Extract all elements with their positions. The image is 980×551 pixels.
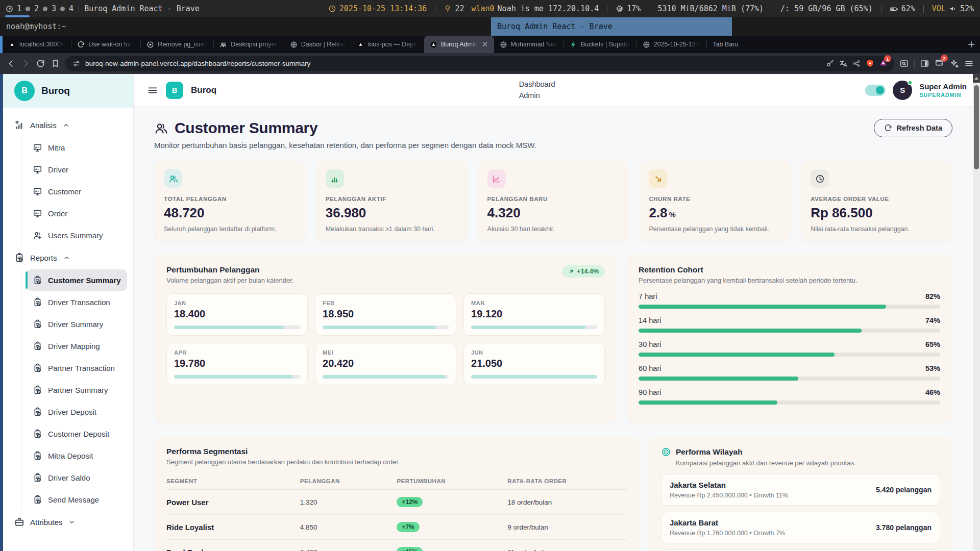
- item-label: Driver Summary: [48, 320, 103, 329]
- buroq-logo: B: [14, 81, 35, 101]
- clipboard-clock-icon: [33, 407, 42, 417]
- browser-tab[interactable]: Buckets | Supaba: [564, 36, 636, 53]
- sidebar-panel-icon[interactable]: [920, 59, 929, 68]
- browser-menu-icon[interactable]: [964, 59, 974, 68]
- screen: 1 2 3 4 Buroq Admin React - Brave 2025-1…: [0, 0, 980, 551]
- region-card: Jakarta BaratRevenue Rp 1.760.000.000 • …: [661, 512, 940, 543]
- tab-title: localhost:3000/s: [19, 41, 65, 48]
- column-header: PELANGGAN: [300, 478, 397, 484]
- sidebar-brand[interactable]: B Buroq: [3, 74, 133, 108]
- stat-card-average-order-value: AVERAGE ORDER VALUE Rp 86.500 Nilai rata…: [801, 161, 952, 241]
- online-status-dot: [908, 80, 913, 85]
- browser-tab[interactable]: Use wait-on for f: [71, 36, 140, 53]
- url-text[interactable]: buroq-new-admin-panel.vercel.app/dashboa…: [85, 60, 310, 67]
- item-label: Driver Mapping: [48, 342, 100, 350]
- main-area: B Buroq Dashboard Admin S Super Admin SU…: [134, 74, 980, 551]
- retention-row: 60 hari53%: [639, 364, 940, 381]
- sidebar-item-users-summary[interactable]: Users Summary: [27, 224, 127, 246]
- refresh-data-button[interactable]: Refresh Data: [874, 119, 952, 137]
- browser-tab[interactable]: kios-pos — Deplo: [351, 36, 424, 53]
- taskbar-item-terminal[interactable]: noah@myhost:~: [0, 17, 72, 36]
- network-segment: wlan0Noah_is_me 172.20.10.4: [471, 4, 599, 13]
- theme-toggle[interactable]: [865, 85, 886, 96]
- avatar-letter: S: [900, 86, 905, 94]
- browser-tab[interactable]: Remove pg_isrea: [141, 36, 213, 53]
- share-icon[interactable]: [852, 59, 861, 68]
- stat-card-total-pelanggan: TOTAL PELANGGAN 48.720 Seluruh pelanggan…: [154, 161, 306, 241]
- stat-desc: Akuisisi 30 hari terakhir.: [487, 226, 620, 233]
- reload-button[interactable]: [36, 59, 45, 68]
- sidebar-item-driver-mapping[interactable]: Driver Mapping: [27, 335, 127, 357]
- hamburger-menu-icon[interactable]: [147, 85, 158, 96]
- new-tab-button[interactable]: [967, 40, 976, 49]
- workspace-4[interactable]: 4: [69, 4, 74, 13]
- browser-tab[interactable]: 2025-10-25-13:0: [637, 36, 706, 53]
- tab-title: 2025-10-25-13:0: [654, 41, 701, 48]
- sidebar-group-analisis[interactable]: Analisis: [10, 114, 127, 136]
- brave-shield-icon[interactable]: [866, 59, 874, 68]
- address-bar[interactable]: buroq-new-admin-panel.vercel.app/dashboa…: [65, 56, 894, 71]
- translate-icon[interactable]: [839, 59, 848, 68]
- sidebar-group-reports[interactable]: Reports: [10, 246, 127, 269]
- monitor-icon: [33, 165, 42, 174]
- sidebar-item-mitra[interactable]: Mitra: [27, 137, 127, 158]
- sidebar-item-customer-deposit[interactable]: Customer Deposit: [27, 423, 127, 444]
- back-button[interactable]: [6, 59, 16, 68]
- browser-tab[interactable]: Mohammad Noo: [494, 36, 564, 53]
- workspace-1[interactable]: 1: [17, 4, 21, 13]
- stat-desc: Melakukan transaksi ≥1 dalam 30 hari.: [326, 226, 458, 233]
- chevron-up-icon: [63, 254, 70, 262]
- month-label: MEI: [323, 349, 449, 356]
- sidebar-item-customer[interactable]: Customer: [27, 181, 127, 202]
- sidebar-item-driver-transaction[interactable]: Driver Transaction: [27, 291, 127, 313]
- site-settings-icon[interactable]: [72, 59, 81, 68]
- scrollbar-up-arrow[interactable]: [973, 74, 980, 83]
- sidebar-item-mitra-deposit[interactable]: Mitra Deposit: [27, 445, 127, 466]
- sidebar-item-partner-summary[interactable]: Partner Summary: [27, 379, 127, 400]
- brave-rewards-button[interactable]: 1: [879, 58, 888, 69]
- sidebar-item-order[interactable]: Order: [27, 203, 127, 224]
- sidebar-item-send-message[interactable]: Send Message: [27, 489, 127, 510]
- password-key-icon[interactable]: [826, 59, 835, 68]
- scrollbar-thumb[interactable]: [974, 85, 979, 169]
- avatar[interactable]: S: [893, 81, 912, 100]
- system-status-bar: 1 2 3 4 Buroq Admin React - Brave 2025-1…: [0, 0, 980, 17]
- browser-tab[interactable]: Deskripsi proyek: [214, 36, 283, 53]
- breadcrumb: Dashboard Admin: [519, 79, 563, 101]
- retention-row: 30 hari65%: [639, 340, 940, 357]
- sidebar-item-customer-summary[interactable]: Customer Summary: [27, 269, 127, 291]
- item-label: Driver: [48, 165, 68, 174]
- stat-desc: Persentase pelanggan yang tidak kembali.: [649, 226, 781, 233]
- stat-desc: Nilai rata-rata transaksi pelanggan.: [811, 226, 943, 233]
- sidebar-nav: Analisis Mitra Driver Customer Order Use…: [3, 108, 133, 533]
- sidebar-item-driver-deposit[interactable]: Driver Deposit: [27, 401, 127, 422]
- progress-bar: [639, 305, 940, 309]
- wallet-button[interactable]: 2: [935, 58, 944, 69]
- browser-tab[interactable]: Dasbor | Refine: [284, 36, 351, 53]
- monitor-icon: [33, 209, 42, 218]
- page-scrollbar[interactable]: [973, 74, 980, 551]
- tab-title: Mohammad Noo: [511, 41, 558, 48]
- close-icon[interactable]: [481, 41, 488, 48]
- browser-tab-active[interactable]: Buroq Admin: [424, 36, 494, 53]
- workspace-3[interactable]: 3: [52, 4, 56, 13]
- search-in-page-icon[interactable]: [899, 59, 909, 68]
- month-value: 18.950: [323, 308, 449, 320]
- forward-button[interactable]: [21, 59, 31, 68]
- cpu-segment: 17%: [616, 4, 641, 13]
- retention-value: 53%: [925, 364, 940, 372]
- sidebar-group-attributes[interactable]: Attributes: [10, 511, 127, 533]
- browser-tab[interactable]: localhost:3000/s: [3, 36, 71, 53]
- new-tab-page-tab[interactable]: Tab Baru: [707, 36, 744, 53]
- sidebar-item-driver-summary[interactable]: Driver Summary: [27, 313, 127, 335]
- sidebar-item-driver[interactable]: Driver: [27, 159, 127, 180]
- progress-bar: [323, 375, 449, 379]
- workspace-2[interactable]: 2: [34, 4, 39, 13]
- sidebar-item-driver-saldo[interactable]: Driver Saldo: [27, 467, 127, 488]
- clipboard-clock-icon: [33, 319, 42, 329]
- bookmark-icon[interactable]: [51, 59, 60, 68]
- taskbar-item-browser-active[interactable]: Buroq Admin React - Brave: [491, 17, 732, 36]
- sidebar-item-partner-transaction[interactable]: Partner Transaction: [27, 357, 127, 379]
- workspace-switcher[interactable]: 1 2 3 4: [6, 4, 74, 13]
- leo-ai-icon[interactable]: [949, 59, 959, 68]
